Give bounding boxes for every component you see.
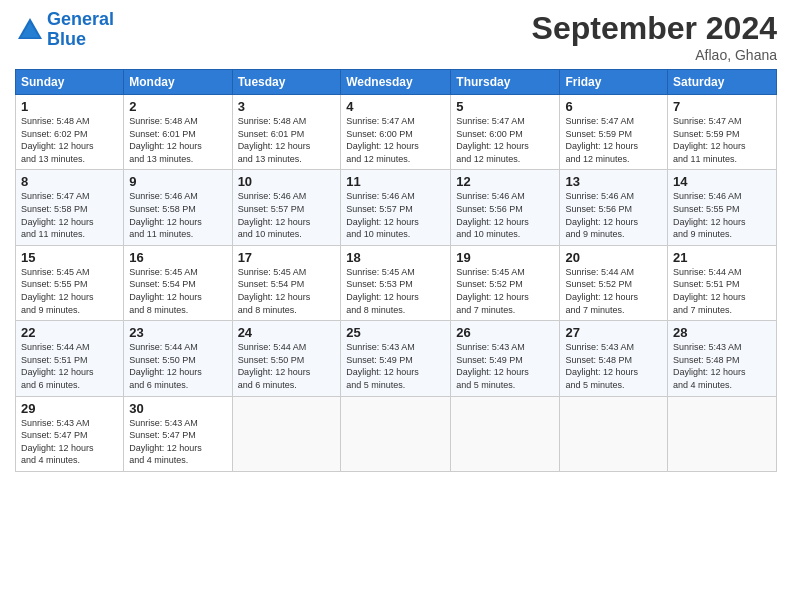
calendar-cell: 20Sunrise: 5:44 AM Sunset: 5:52 PM Dayli… <box>560 245 668 320</box>
day-number: 5 <box>456 99 554 114</box>
day-info: Sunrise: 5:44 AM Sunset: 5:50 PM Dayligh… <box>238 341 336 391</box>
calendar-cell: 13Sunrise: 5:46 AM Sunset: 5:56 PM Dayli… <box>560 170 668 245</box>
calendar-cell: 26Sunrise: 5:43 AM Sunset: 5:49 PM Dayli… <box>451 321 560 396</box>
calendar-cell: 25Sunrise: 5:43 AM Sunset: 5:49 PM Dayli… <box>341 321 451 396</box>
day-number: 27 <box>565 325 662 340</box>
calendar-cell: 17Sunrise: 5:45 AM Sunset: 5:54 PM Dayli… <box>232 245 341 320</box>
day-number: 29 <box>21 401 118 416</box>
calendar-cell: 4Sunrise: 5:47 AM Sunset: 6:00 PM Daylig… <box>341 95 451 170</box>
day-info: Sunrise: 5:45 AM Sunset: 5:55 PM Dayligh… <box>21 266 118 316</box>
day-info: Sunrise: 5:46 AM Sunset: 5:56 PM Dayligh… <box>565 190 662 240</box>
day-info: Sunrise: 5:46 AM Sunset: 5:57 PM Dayligh… <box>346 190 445 240</box>
calendar-cell: 23Sunrise: 5:44 AM Sunset: 5:50 PM Dayli… <box>124 321 232 396</box>
day-info: Sunrise: 5:45 AM Sunset: 5:54 PM Dayligh… <box>129 266 226 316</box>
day-info: Sunrise: 5:43 AM Sunset: 5:49 PM Dayligh… <box>456 341 554 391</box>
weekday-friday: Friday <box>560 70 668 95</box>
day-number: 10 <box>238 174 336 189</box>
weekday-monday: Monday <box>124 70 232 95</box>
calendar-cell <box>451 396 560 471</box>
day-info: Sunrise: 5:46 AM Sunset: 5:58 PM Dayligh… <box>129 190 226 240</box>
calendar-cell: 10Sunrise: 5:46 AM Sunset: 5:57 PM Dayli… <box>232 170 341 245</box>
day-number: 8 <box>21 174 118 189</box>
calendar-cell: 28Sunrise: 5:43 AM Sunset: 5:48 PM Dayli… <box>668 321 777 396</box>
day-info: Sunrise: 5:43 AM Sunset: 5:48 PM Dayligh… <box>673 341 771 391</box>
day-info: Sunrise: 5:46 AM Sunset: 5:57 PM Dayligh… <box>238 190 336 240</box>
calendar-cell: 16Sunrise: 5:45 AM Sunset: 5:54 PM Dayli… <box>124 245 232 320</box>
calendar-cell <box>232 396 341 471</box>
day-number: 17 <box>238 250 336 265</box>
calendar-cell <box>341 396 451 471</box>
day-info: Sunrise: 5:47 AM Sunset: 6:00 PM Dayligh… <box>346 115 445 165</box>
calendar-cell: 14Sunrise: 5:46 AM Sunset: 5:55 PM Dayli… <box>668 170 777 245</box>
day-number: 2 <box>129 99 226 114</box>
weekday-wednesday: Wednesday <box>341 70 451 95</box>
calendar-cell: 1Sunrise: 5:48 AM Sunset: 6:02 PM Daylig… <box>16 95 124 170</box>
day-info: Sunrise: 5:44 AM Sunset: 5:50 PM Dayligh… <box>129 341 226 391</box>
day-number: 25 <box>346 325 445 340</box>
day-info: Sunrise: 5:46 AM Sunset: 5:55 PM Dayligh… <box>673 190 771 240</box>
week-row-1: 1Sunrise: 5:48 AM Sunset: 6:02 PM Daylig… <box>16 95 777 170</box>
calendar-cell <box>668 396 777 471</box>
day-info: Sunrise: 5:43 AM Sunset: 5:47 PM Dayligh… <box>21 417 118 467</box>
header: General Blue September 2024 Aflao, Ghana <box>15 10 777 63</box>
day-info: Sunrise: 5:45 AM Sunset: 5:53 PM Dayligh… <box>346 266 445 316</box>
calendar-cell: 15Sunrise: 5:45 AM Sunset: 5:55 PM Dayli… <box>16 245 124 320</box>
day-number: 11 <box>346 174 445 189</box>
calendar-cell: 9Sunrise: 5:46 AM Sunset: 5:58 PM Daylig… <box>124 170 232 245</box>
day-info: Sunrise: 5:48 AM Sunset: 6:02 PM Dayligh… <box>21 115 118 165</box>
day-number: 21 <box>673 250 771 265</box>
logo-icon <box>15 15 45 45</box>
day-number: 30 <box>129 401 226 416</box>
page: General Blue September 2024 Aflao, Ghana… <box>0 0 792 612</box>
day-info: Sunrise: 5:43 AM Sunset: 5:47 PM Dayligh… <box>129 417 226 467</box>
week-row-4: 22Sunrise: 5:44 AM Sunset: 5:51 PM Dayli… <box>16 321 777 396</box>
calendar-cell <box>560 396 668 471</box>
day-number: 18 <box>346 250 445 265</box>
calendar-cell: 24Sunrise: 5:44 AM Sunset: 5:50 PM Dayli… <box>232 321 341 396</box>
day-info: Sunrise: 5:48 AM Sunset: 6:01 PM Dayligh… <box>238 115 336 165</box>
day-info: Sunrise: 5:43 AM Sunset: 5:48 PM Dayligh… <box>565 341 662 391</box>
calendar-cell: 3Sunrise: 5:48 AM Sunset: 6:01 PM Daylig… <box>232 95 341 170</box>
calendar-cell: 21Sunrise: 5:44 AM Sunset: 5:51 PM Dayli… <box>668 245 777 320</box>
day-number: 16 <box>129 250 226 265</box>
day-info: Sunrise: 5:47 AM Sunset: 6:00 PM Dayligh… <box>456 115 554 165</box>
day-number: 3 <box>238 99 336 114</box>
day-number: 7 <box>673 99 771 114</box>
title-area: September 2024 Aflao, Ghana <box>532 10 777 63</box>
day-number: 14 <box>673 174 771 189</box>
logo: General Blue <box>15 10 114 50</box>
day-number: 26 <box>456 325 554 340</box>
day-number: 4 <box>346 99 445 114</box>
month-title: September 2024 <box>532 10 777 47</box>
day-info: Sunrise: 5:44 AM Sunset: 5:51 PM Dayligh… <box>673 266 771 316</box>
calendar-cell: 5Sunrise: 5:47 AM Sunset: 6:00 PM Daylig… <box>451 95 560 170</box>
day-number: 9 <box>129 174 226 189</box>
day-number: 12 <box>456 174 554 189</box>
day-number: 15 <box>21 250 118 265</box>
day-number: 20 <box>565 250 662 265</box>
calendar: SundayMondayTuesdayWednesdayThursdayFrid… <box>15 69 777 472</box>
day-number: 6 <box>565 99 662 114</box>
day-number: 23 <box>129 325 226 340</box>
calendar-cell: 29Sunrise: 5:43 AM Sunset: 5:47 PM Dayli… <box>16 396 124 471</box>
week-row-2: 8Sunrise: 5:47 AM Sunset: 5:58 PM Daylig… <box>16 170 777 245</box>
week-row-5: 29Sunrise: 5:43 AM Sunset: 5:47 PM Dayli… <box>16 396 777 471</box>
day-info: Sunrise: 5:44 AM Sunset: 5:52 PM Dayligh… <box>565 266 662 316</box>
calendar-cell: 22Sunrise: 5:44 AM Sunset: 5:51 PM Dayli… <box>16 321 124 396</box>
weekday-sunday: Sunday <box>16 70 124 95</box>
calendar-cell: 2Sunrise: 5:48 AM Sunset: 6:01 PM Daylig… <box>124 95 232 170</box>
day-number: 1 <box>21 99 118 114</box>
location: Aflao, Ghana <box>532 47 777 63</box>
logo-text: General Blue <box>47 10 114 50</box>
day-number: 19 <box>456 250 554 265</box>
day-info: Sunrise: 5:43 AM Sunset: 5:49 PM Dayligh… <box>346 341 445 391</box>
day-number: 24 <box>238 325 336 340</box>
day-info: Sunrise: 5:47 AM Sunset: 5:58 PM Dayligh… <box>21 190 118 240</box>
weekday-saturday: Saturday <box>668 70 777 95</box>
calendar-cell: 12Sunrise: 5:46 AM Sunset: 5:56 PM Dayli… <box>451 170 560 245</box>
day-info: Sunrise: 5:47 AM Sunset: 5:59 PM Dayligh… <box>673 115 771 165</box>
calendar-cell: 8Sunrise: 5:47 AM Sunset: 5:58 PM Daylig… <box>16 170 124 245</box>
calendar-cell: 6Sunrise: 5:47 AM Sunset: 5:59 PM Daylig… <box>560 95 668 170</box>
day-info: Sunrise: 5:44 AM Sunset: 5:51 PM Dayligh… <box>21 341 118 391</box>
day-info: Sunrise: 5:47 AM Sunset: 5:59 PM Dayligh… <box>565 115 662 165</box>
